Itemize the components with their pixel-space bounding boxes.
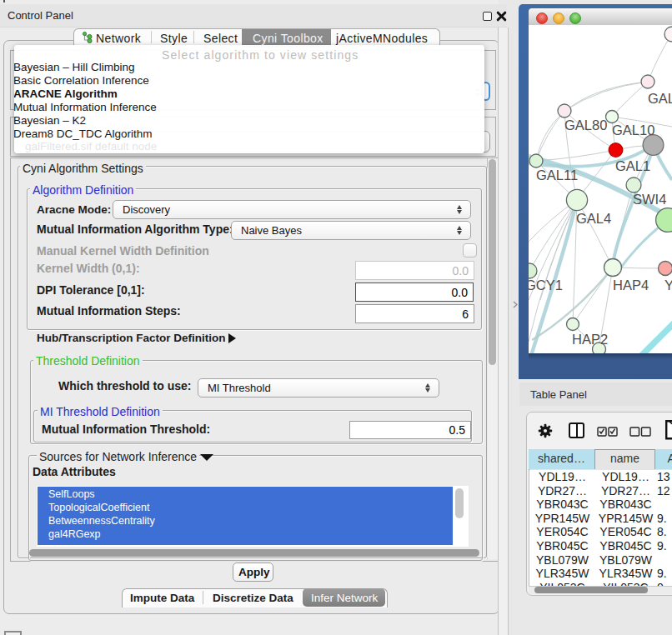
svg-text:GAL80: GAL80 [564, 118, 607, 132]
svg-text:GAL1: GAL1 [615, 158, 650, 173]
svg-text:Y: Y [664, 278, 672, 292]
svg-text:HAP2: HAP2 [572, 332, 608, 347]
svg-text:GCY1: GCY1 [529, 278, 563, 292]
svg-text:GAL11: GAL11 [536, 168, 578, 182]
svg-text:SWI4: SWI4 [633, 192, 666, 207]
svg-text:HAP4: HAP4 [613, 278, 649, 292]
svg-text:GAL7: GAL7 [648, 91, 672, 106]
svg-text:GAL10: GAL10 [612, 122, 654, 138]
svg-text:GAL4: GAL4 [576, 211, 611, 226]
